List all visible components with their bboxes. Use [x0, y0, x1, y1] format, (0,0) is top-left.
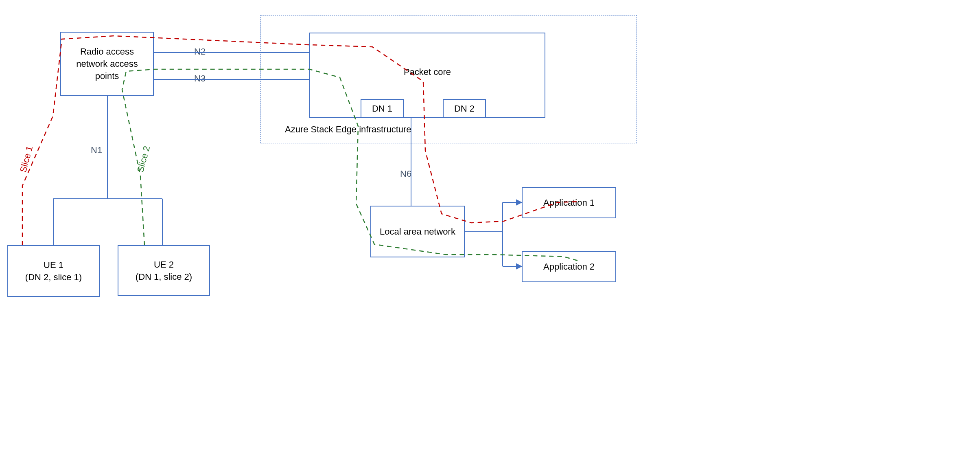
n6-label: N6 [400, 169, 411, 179]
slice2-label: Slice 2 [135, 145, 152, 174]
slice1-label: Slice 1 [18, 145, 35, 174]
ue2-box: UE 2 (DN 1, slice 2) [118, 245, 210, 296]
ue2-label: UE 2 (DN 1, slice 2) [136, 259, 192, 283]
lan-label: Local area network [380, 226, 455, 238]
app2-box: Application 2 [522, 251, 616, 282]
app2-label: Application 2 [543, 261, 595, 273]
n3-label: N3 [194, 73, 206, 84]
ase-label: Azure Stack Edge infrastructure [285, 124, 411, 135]
n1-label: N1 [91, 145, 102, 156]
ran-label: Radio access network access points [76, 46, 138, 82]
lan-box: Local area network [370, 206, 465, 257]
ue1-label: UE 1 (DN 2, slice 1) [25, 259, 82, 283]
dn1-box: DN 1 [361, 99, 404, 118]
packet-core-label: Packet core [404, 66, 451, 78]
dn2-label: DN 2 [454, 103, 475, 115]
ue1-box: UE 1 (DN 2, slice 1) [7, 245, 100, 297]
dn1-label: DN 1 [372, 103, 392, 115]
app1-box: Application 1 [522, 187, 616, 218]
ran-box: Radio access network access points [60, 32, 154, 96]
n2-label: N2 [194, 46, 206, 57]
packet-core-box: Packet core [309, 33, 545, 118]
app1-label: Application 1 [543, 197, 595, 209]
dn2-box: DN 2 [443, 99, 486, 118]
